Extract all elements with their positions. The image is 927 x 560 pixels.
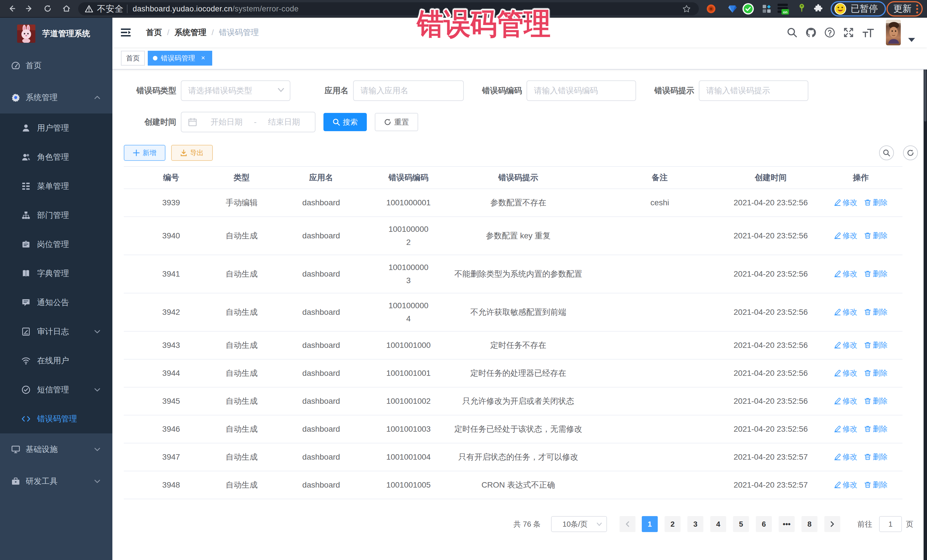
page-button-5[interactable]: 5 <box>733 516 749 532</box>
extension-key-icon[interactable] <box>798 3 805 14</box>
browser-update-chip[interactable]: 更新 <box>886 1 923 17</box>
tab-错误码管理[interactable]: 错误码管理× <box>148 51 212 65</box>
column-header-类型[interactable]: 类型 <box>219 171 265 184</box>
breadcrumb-separator: / <box>167 28 169 37</box>
browser-home-icon[interactable] <box>62 4 71 13</box>
tag-close-icon[interactable]: × <box>199 54 207 62</box>
page-button-2[interactable]: 2 <box>664 516 681 532</box>
breadcrumb-item[interactable]: 系统管理 <box>175 27 207 38</box>
tab-首页[interactable]: 首页 <box>121 51 145 65</box>
sidebar-item-错误码管理[interactable]: 错误码管理 <box>0 404 112 433</box>
page-button-8[interactable]: 8 <box>801 516 818 532</box>
sidebar-item-岗位管理[interactable]: 岗位管理 <box>0 230 112 259</box>
page-button-1[interactable]: 1 <box>642 516 658 532</box>
prev-page-button[interactable] <box>620 516 635 532</box>
extension-list-on-icon[interactable]: on <box>777 2 790 16</box>
error-code-input[interactable]: 请输入错误码编码 <box>527 80 636 101</box>
browser-back-icon[interactable] <box>8 4 16 13</box>
delete-link[interactable]: 删除 <box>864 338 887 352</box>
sidebar-item-系统管理[interactable]: 系统管理 <box>0 82 112 114</box>
sidebar-item-首页[interactable]: 首页 <box>0 50 112 82</box>
delete-link[interactable]: 删除 <box>864 196 887 209</box>
sidebar-item-审计日志[interactable]: 审计日志 <box>0 317 112 346</box>
page-button-4[interactable]: 4 <box>710 516 726 532</box>
browser-forward-icon[interactable] <box>25 4 33 13</box>
refresh-table-button[interactable] <box>903 146 918 160</box>
search-button[interactable]: 搜索 <box>324 113 367 131</box>
help-icon[interactable] <box>824 27 835 38</box>
github-icon[interactable] <box>805 27 816 38</box>
sidebar-logo[interactable]: 芋道管理系统 <box>0 18 112 50</box>
column-header-应用名[interactable]: 应用名 <box>265 171 378 184</box>
edit-link[interactable]: 修改 <box>834 450 857 463</box>
date-start-placeholder[interactable]: 开始日期 <box>200 117 253 127</box>
fullscreen-icon[interactable] <box>843 27 854 38</box>
column-header-错误码编码[interactable]: 错误码编码 <box>378 171 439 184</box>
delete-link[interactable]: 删除 <box>864 450 887 463</box>
error-code-type-select[interactable]: 请选择错误码类型 <box>181 80 290 101</box>
app-name-input[interactable]: 请输入应用名 <box>353 80 464 101</box>
sidebar-item-字典管理[interactable]: 字典管理 <box>0 259 112 288</box>
edit-link[interactable]: 修改 <box>834 196 857 209</box>
page-size-select[interactable]: 10条/页 <box>551 516 607 532</box>
extensions-puzzle-icon[interactable] <box>813 4 823 14</box>
sidebar-item-研发工具[interactable]: 研发工具 <box>0 465 112 497</box>
page-button-3[interactable]: 3 <box>687 516 704 532</box>
delete-link[interactable]: 删除 <box>864 229 887 242</box>
browser-profile-chip[interactable]: 已暂停 <box>831 1 886 17</box>
sidebar-item-在线用户[interactable]: 在线用户 <box>0 346 112 375</box>
delete-link[interactable]: 删除 <box>864 267 887 280</box>
sidebar-item-基础设施[interactable]: 基础设施 <box>0 433 112 465</box>
delete-link[interactable]: 删除 <box>864 478 887 491</box>
column-header-创建时间[interactable]: 创建时间 <box>722 171 819 184</box>
breadcrumb-item[interactable]: 首页 <box>146 27 162 38</box>
delete-link[interactable]: 删除 <box>864 305 887 319</box>
error-msg-input[interactable]: 请输入错误码提示 <box>699 80 808 101</box>
extension-gem-icon[interactable] <box>728 4 737 14</box>
edit-link[interactable]: 修改 <box>834 478 857 491</box>
address-bar[interactable]: 不安全 dashboard.yudao.iocoder.cn/system/er… <box>78 2 699 15</box>
export-button[interactable]: 导出 <box>171 145 213 161</box>
goto-page-input[interactable]: 1 <box>879 516 902 532</box>
extension-grid-icon[interactable] <box>762 4 771 14</box>
column-header-错误码提示[interactable]: 错误码提示 <box>439 171 597 184</box>
user-avatar[interactable] <box>886 20 901 46</box>
delete-link[interactable]: 删除 <box>864 422 887 436</box>
edit-link[interactable]: 修改 <box>834 338 857 352</box>
sidebar-item-短信管理[interactable]: 短信管理 <box>0 375 112 404</box>
sidebar-collapse-icon[interactable] <box>121 28 131 37</box>
delete-link[interactable]: 删除 <box>864 395 887 407</box>
edit-link[interactable]: 修改 <box>834 366 857 379</box>
next-page-button[interactable] <box>824 516 840 532</box>
window-scrollbar[interactable] <box>924 18 927 560</box>
edit-link[interactable]: 修改 <box>834 267 857 280</box>
page-button-6[interactable]: 6 <box>756 516 772 532</box>
column-header-编号[interactable]: 编号 <box>124 171 219 184</box>
browser-reload-icon[interactable] <box>43 4 52 13</box>
sidebar-item-用户管理[interactable]: 用户管理 <box>0 114 112 143</box>
edit-link[interactable]: 修改 <box>834 422 857 436</box>
reset-button[interactable]: 重置 <box>375 113 418 131</box>
page-ellipsis[interactable]: ••• <box>779 516 795 532</box>
browser-menu-kebab-icon[interactable] <box>916 5 918 14</box>
create-time-range-picker[interactable]: 开始日期 - 结束日期 <box>181 112 316 132</box>
sidebar-item-菜单管理[interactable]: 菜单管理 <box>0 171 112 201</box>
sidebar-item-通知公告[interactable]: 通知公告 <box>0 288 112 317</box>
column-header-操作[interactable]: 操作 <box>819 171 903 184</box>
font-size-icon[interactable] <box>862 27 874 38</box>
add-button[interactable]: 新增 <box>124 145 166 161</box>
edit-link[interactable]: 修改 <box>834 305 857 319</box>
column-header-备注[interactable]: 备注 <box>597 171 722 184</box>
extension-adblock-icon[interactable] <box>706 4 716 14</box>
header-search-icon[interactable] <box>787 27 798 38</box>
delete-link[interactable]: 删除 <box>864 366 887 379</box>
edit-link[interactable]: 修改 <box>834 395 857 407</box>
extension-green-check-icon[interactable] <box>742 3 754 15</box>
show-search-toggle-button[interactable] <box>879 146 894 160</box>
sidebar-item-角色管理[interactable]: 角色管理 <box>0 143 112 171</box>
date-end-placeholder[interactable]: 结束日期 <box>258 117 310 127</box>
sidebar-item-部门管理[interactable]: 部门管理 <box>0 201 112 230</box>
edit-link[interactable]: 修改 <box>834 229 857 242</box>
edit-doc-icon <box>22 327 30 336</box>
bookmark-star-icon[interactable] <box>682 5 691 13</box>
